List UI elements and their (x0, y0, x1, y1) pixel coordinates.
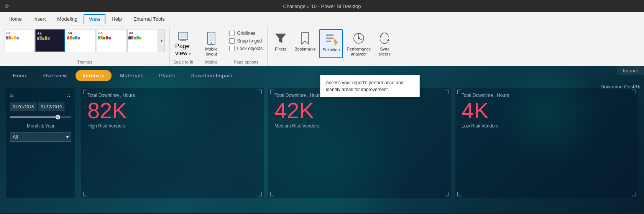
hamburger-icon[interactable]: ≡ (10, 92, 13, 99)
svg-marker-15 (380, 36, 382, 38)
kpi-title-2: Total Downtime , Hours (462, 93, 632, 98)
snap-to-grid-label: Snap to grid (237, 38, 262, 44)
ribbon-tab-bar: Home Insert Modeling View Help External … (0, 12, 644, 26)
svg-marker-16 (387, 39, 389, 41)
themes-label: Themes (5, 60, 165, 66)
bracket-tl-2 (457, 90, 462, 94)
tab-external-tools[interactable]: External Tools (128, 14, 170, 24)
filter-panel: ≡ ⛬ 01/01/2018 31/12/2019 Month & Year A… (6, 88, 75, 198)
nav-tab-materials[interactable]: Materials (113, 70, 151, 81)
lock-objects-checkbox-box[interactable] (229, 46, 235, 51)
show-panes-group: Filters Bookmarks (269, 28, 399, 66)
selection-icon (324, 31, 339, 47)
svg-rect-1 (180, 33, 187, 38)
slider-fill (10, 116, 59, 118)
tab-modeling[interactable]: Modeling (52, 14, 83, 24)
scale-to-fit-label: Scale to fit (173, 60, 193, 66)
bracket-tl-1 (270, 90, 274, 94)
tab-insert[interactable]: Insert (28, 14, 51, 24)
nav-tab-plants[interactable]: Plants (152, 70, 182, 81)
window-title: Challenge # 10 - Power BI Desktop (283, 3, 361, 9)
page-view-button[interactable]: Pageview ▾ (173, 29, 193, 58)
tab-home[interactable]: Home (3, 14, 27, 24)
tab-help[interactable]: Help (106, 14, 127, 24)
svg-marker-8 (302, 33, 309, 44)
kpi-subtitle-0: High Risk Vendors (87, 123, 258, 129)
ribbon: Home Insert Modeling View Help External … (0, 12, 644, 66)
nav-tab-downtime-impact[interactable]: DowntimeImpact (184, 70, 240, 81)
bracket-br-2 (632, 192, 636, 196)
mobile-group: Mobilelayout Mobile (200, 28, 226, 66)
month-year-select[interactable]: All ▾ (10, 132, 71, 142)
theme-1[interactable]: Aa (5, 29, 34, 52)
tab-view[interactable]: View (84, 14, 105, 25)
theme-2[interactable]: Aa (35, 29, 65, 52)
lock-objects-label: Lock objects (237, 46, 263, 51)
bracket-tr-0 (258, 90, 262, 94)
date-range: 01/01/2018 31/12/2019 (10, 103, 71, 111)
impact-label: Impact (617, 66, 644, 75)
page-view-icon (176, 31, 191, 43)
page-view-label: Pageview ▾ (175, 43, 191, 57)
filter-funnel-icon[interactable]: ⛬ (65, 92, 71, 99)
bracket-bl-1 (270, 192, 274, 196)
kpi-title-0: Total Downtime , Hours (87, 93, 258, 98)
mobile-label: Mobile (201, 60, 221, 66)
month-year-value: All (13, 134, 18, 140)
ribbon-content: Aa Aa (0, 26, 644, 66)
kpi-card-1: Total Downtime , Hours 42K Medium Risk V… (268, 88, 451, 198)
nav-tab-home[interactable]: Home (6, 70, 35, 81)
slider-label: Month & Year (10, 123, 71, 129)
bookmarks-icon (297, 31, 313, 46)
sync-slicers-icon (377, 31, 392, 46)
date-slider[interactable] (10, 116, 71, 118)
bracket-tr-2 (632, 90, 636, 94)
svg-rect-3 (180, 40, 186, 41)
title-bar: ⟳ Challenge # 10 - Power BI Desktop (0, 0, 644, 12)
selection-button[interactable]: Selection (319, 29, 343, 58)
mobile-items: Mobilelayout (201, 28, 221, 60)
filter-top-icons: ≡ ⛬ (10, 92, 71, 99)
gridlines-checkbox[interactable]: Gridlines (229, 31, 255, 36)
bracket-tl-0 (83, 90, 87, 94)
page-options-items: Gridlines Snap to grid Lock objects (229, 28, 263, 60)
bookmarks-button[interactable]: Bookmarks (292, 29, 318, 58)
mobile-layout-label: Mobilelayout (205, 47, 217, 57)
select-arrow: ▾ (66, 134, 69, 140)
show-panes-items: Filters Bookmarks (271, 28, 394, 66)
slider-thumb[interactable] (56, 115, 60, 119)
themes-items: Aa Aa (5, 28, 165, 60)
sync-slicers-button[interactable]: Syncslicers (375, 29, 394, 58)
date-start[interactable]: 01/01/2018 (10, 103, 36, 111)
themes-more-button[interactable]: ▾ (158, 29, 165, 52)
snap-to-grid-checkbox-box[interactable] (229, 38, 235, 44)
mobile-layout-button[interactable]: Mobilelayout (201, 29, 221, 58)
theme-5[interactable]: Aa (127, 29, 157, 52)
bracket-br-1 (445, 192, 449, 196)
kpi-grid: Total Downtime , Hours 82K High Risk Ven… (81, 88, 638, 198)
svg-marker-7 (275, 34, 286, 43)
kpi-subtitle-2: Low Risk Vendors (462, 123, 632, 129)
kpi-value-1: 42K (274, 100, 445, 122)
page-view-dropdown-arrow: ▾ (189, 52, 191, 56)
theme-3[interactable]: Aa (66, 29, 96, 52)
nav-tab-vendors[interactable]: Vendors (76, 70, 112, 81)
gridlines-checkbox-box[interactable] (229, 31, 235, 36)
bracket-tr-1 (445, 90, 449, 94)
kpi-value-0: 82K (87, 100, 258, 122)
mobile-layout-icon (204, 31, 219, 46)
lock-objects-checkbox[interactable]: Lock objects (229, 46, 263, 51)
theme-4[interactable]: Aa (97, 29, 127, 52)
page-options-label: Page options (229, 60, 263, 66)
snap-to-grid-checkbox[interactable]: Snap to grid (229, 38, 262, 44)
performance-analyzer-button[interactable]: Performanceanalyzer (344, 29, 373, 58)
bracket-bl-2 (457, 192, 462, 196)
kpi-value-2: 4K (462, 100, 632, 122)
nav-tab-overview[interactable]: Overview (36, 70, 74, 81)
filters-button[interactable]: Filters (271, 29, 291, 58)
bookmarks-label: Bookmarks (294, 47, 315, 52)
page-view-group: Pageview ▾ Scale to fit (171, 28, 198, 66)
bracket-bl-0 (83, 192, 87, 196)
date-end[interactable]: 31/12/2019 (38, 103, 64, 111)
app-icon: ⟳ (5, 3, 9, 9)
